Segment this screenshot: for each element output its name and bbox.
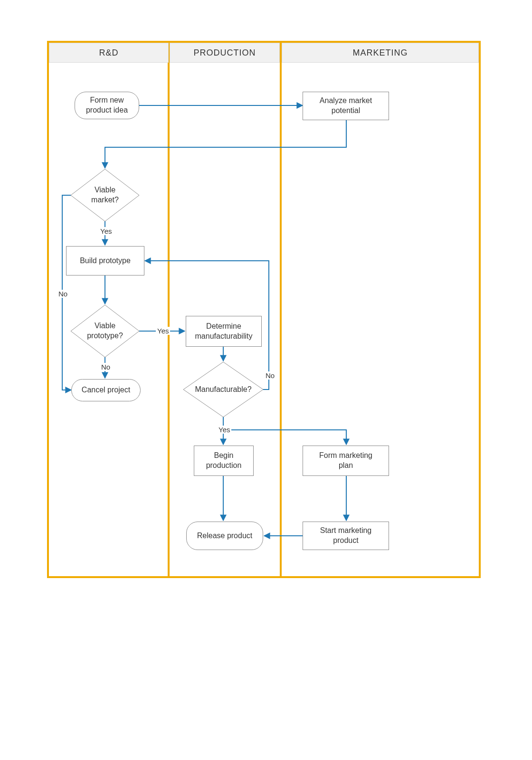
lane-header-marketing: MARKETING: [282, 43, 479, 63]
node-build-prototype: Build prototype: [66, 246, 144, 276]
svg-marker-3: [71, 169, 139, 221]
node-determine-manufacturability: Determinemanufacturability: [186, 316, 262, 347]
node-form-new-product-idea: Form newproduct idea: [75, 92, 139, 119]
svg-rect-0: [48, 42, 480, 577]
edge-label-viable-market-yes: Yes: [99, 227, 113, 235]
node-analyze-market-potential: Analyze marketpotential: [303, 92, 389, 120]
edge-label-viable-prototype-yes: Yes: [156, 327, 170, 335]
node-begin-production: Beginproduction: [194, 446, 254, 476]
flowchart-canvas: R&D PRODUCTION MARKETING Form newproduct…: [0, 0, 532, 760]
lane-header-production: PRODUCTION: [170, 43, 280, 63]
node-release-product: Release product: [186, 522, 263, 550]
edge-label-manufacturable-yes: Yes: [217, 426, 231, 434]
node-cancel-project: Cancel project: [71, 379, 141, 401]
edge-label-viable-prototype-no: No: [100, 363, 112, 371]
lane-header-rd: R&D: [49, 43, 169, 63]
node-start-marketing-product: Start marketingproduct: [303, 522, 389, 550]
svg-marker-5: [183, 362, 263, 417]
edge-label-manufacturable-no: No: [264, 371, 276, 380]
node-form-marketing-plan: Form marketingplan: [303, 446, 389, 476]
edge-label-viable-market-no: No: [57, 290, 69, 298]
svg-marker-4: [71, 305, 139, 357]
